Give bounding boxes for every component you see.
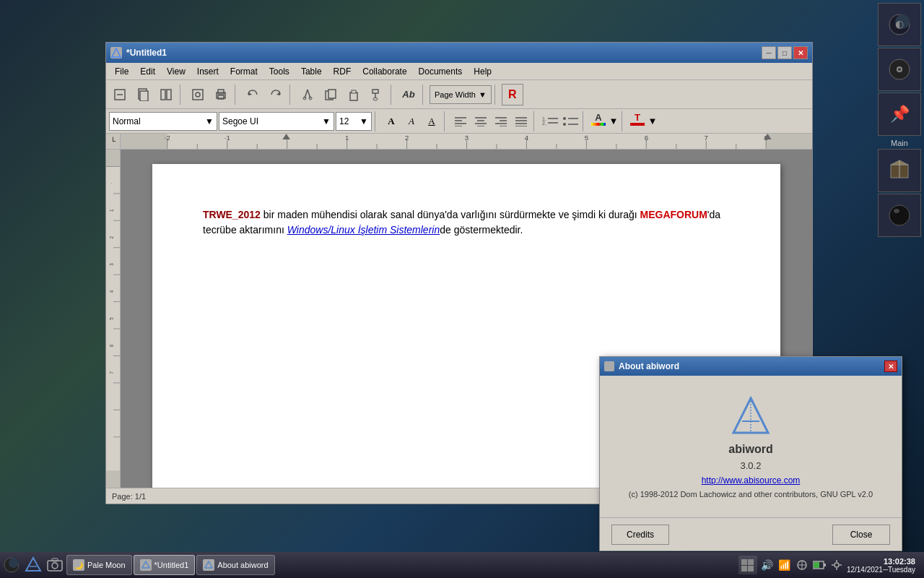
- align-center-button[interactable]: [471, 112, 490, 131]
- menu-collaborate[interactable]: Collaborate: [357, 63, 412, 79]
- sidebar-main-label: Main: [891, 139, 908, 147]
- tray-battery[interactable]: [812, 558, 827, 572]
- fmt-sep-1: [375, 111, 379, 131]
- about-app-name: abiword: [728, 443, 772, 456]
- svg-rect-97: [106, 150, 121, 166]
- size-select[interactable]: 12 ▼: [336, 112, 372, 131]
- size-arrow: ▼: [359, 116, 368, 126]
- tool-undo[interactable]: [242, 84, 263, 105]
- svg-text:◐: ◐: [895, 18, 904, 30]
- toolbar-sep-1: [180, 85, 184, 105]
- menu-view[interactable]: View: [161, 63, 191, 79]
- about-close-x-button[interactable]: ✕: [884, 361, 897, 372]
- menu-edit[interactable]: Edit: [134, 63, 161, 79]
- svg-rect-15: [140, 91, 148, 101]
- highlight-color-button[interactable]: A: [590, 113, 607, 130]
- style-select[interactable]: Normal ▼: [109, 112, 217, 131]
- text-link[interactable]: Windows/Linux İşletim Sistemlerin: [287, 224, 440, 236]
- svg-text:1: 1: [345, 134, 349, 142]
- text-color-dropdown[interactable]: ▼: [648, 112, 658, 131]
- toolbar-sep-2: [235, 85, 239, 105]
- about-url-link[interactable]: http://www.abisource.com: [702, 475, 801, 486]
- svg-rect-30: [328, 90, 336, 98]
- taskbar-untitled1[interactable]: *Untitled1: [134, 555, 196, 575]
- menu-help[interactable]: Help: [468, 63, 497, 79]
- list-ordered-button[interactable]: 1.2.: [541, 112, 559, 131]
- sidebar-icon-main[interactable]: 📌: [878, 92, 921, 136]
- svg-text:7: 7: [108, 371, 115, 374]
- svg-rect-16: [161, 90, 165, 100]
- about-app-icon: [604, 361, 614, 371]
- page-width-dropdown[interactable]: Page Width ▼: [430, 85, 492, 104]
- svg-marker-124: [26, 558, 40, 571]
- credits-button[interactable]: Credits: [611, 525, 669, 545]
- tool-redo[interactable]: [265, 84, 287, 105]
- sidebar-icon-box[interactable]: [878, 149, 921, 192]
- page-width-label: Page Width: [435, 90, 476, 99]
- close-button[interactable]: ✕: [793, 46, 808, 59]
- list-unordered-button[interactable]: [561, 112, 580, 131]
- svg-marker-129: [142, 561, 149, 568]
- menu-documents[interactable]: Documents: [413, 63, 468, 79]
- svg-text:4: 4: [108, 290, 115, 293]
- tool-spell[interactable]: Ab: [398, 84, 419, 105]
- sidebar-icon-disc[interactable]: [878, 48, 921, 91]
- align-right-button[interactable]: [492, 112, 510, 131]
- tool-split[interactable]: [155, 84, 177, 105]
- text-color-button[interactable]: T: [629, 113, 646, 130]
- about-content: abiword 3.0.2 http://www.abisource.com (…: [600, 376, 902, 517]
- sidebar-icon-ball[interactable]: [878, 194, 921, 237]
- fmt-sep-2: [444, 111, 448, 131]
- ruler-corner[interactable]: └: [106, 134, 121, 150]
- close-button[interactable]: Close: [832, 525, 890, 545]
- tool-print[interactable]: [210, 84, 232, 105]
- document-content[interactable]: TRWE_2012 bir maden mühendisi olarak san…: [203, 207, 730, 238]
- resolution-display: [738, 556, 757, 574]
- menu-table[interactable]: Table: [295, 63, 328, 79]
- sidebar-icon-moon[interactable]: ◐: [878, 3, 921, 46]
- bold-button[interactable]: A: [382, 112, 401, 131]
- svg-rect-99: [106, 471, 121, 488]
- taskbar-app-moon[interactable]: [1, 555, 22, 575]
- svg-rect-18: [193, 90, 203, 100]
- tool-copy-doc[interactable]: [132, 84, 154, 105]
- font-select[interactable]: Segoe UI ▼: [219, 112, 334, 131]
- tray-icon-1[interactable]: 🔊: [760, 558, 775, 572]
- text-trwe: TRWE_2012: [203, 209, 261, 220]
- tool-paste[interactable]: [343, 84, 365, 105]
- highlight-dropdown[interactable]: ▼: [609, 112, 619, 131]
- tool-print-preview[interactable]: [187, 84, 209, 105]
- menu-insert[interactable]: Insert: [191, 63, 225, 79]
- tray-icon-2[interactable]: 📶: [777, 558, 792, 572]
- svg-text:5: 5: [108, 317, 115, 319]
- tray-clock[interactable]: 13:02:38 12/14/2021─Tuesday: [847, 557, 918, 574]
- tool-move[interactable]: [109, 84, 131, 105]
- align-left-button[interactable]: [451, 112, 470, 131]
- taskbar-app-abiword[interactable]: [23, 555, 43, 575]
- tool-copy[interactable]: [320, 84, 341, 105]
- menu-rdf[interactable]: RDF: [328, 63, 357, 79]
- tray-settings[interactable]: [829, 558, 844, 572]
- menu-format[interactable]: Format: [225, 63, 263, 79]
- taskbar-palemoon[interactable]: 🌙 Pale Moon: [66, 555, 132, 575]
- maximize-button[interactable]: □: [777, 46, 792, 59]
- menu-file[interactable]: File: [109, 63, 134, 79]
- tool-format-paint[interactable]: [366, 84, 388, 105]
- minimize-button[interactable]: ─: [762, 46, 776, 59]
- about-buttons: Credits Close: [600, 517, 902, 551]
- page-width-arrow: ▼: [479, 90, 487, 99]
- tray-network[interactable]: [795, 558, 809, 572]
- svg-point-9: [889, 205, 910, 225]
- title-bar: *Untitled1 ─ □ ✕: [106, 43, 812, 63]
- svg-text:2.: 2.: [542, 121, 546, 126]
- taskbar-about[interactable]: About abiword: [196, 555, 274, 575]
- underline-button[interactable]: A: [422, 112, 441, 131]
- tool-cut[interactable]: [297, 84, 318, 105]
- r-button[interactable]: R: [502, 84, 523, 105]
- align-justify-button[interactable]: [512, 112, 531, 131]
- taskbar-app-camera[interactable]: [45, 555, 65, 575]
- svg-rect-31: [350, 92, 357, 100]
- italic-button[interactable]: A: [402, 112, 421, 131]
- menu-tools[interactable]: Tools: [263, 63, 295, 79]
- svg-text:2: 2: [405, 134, 409, 142]
